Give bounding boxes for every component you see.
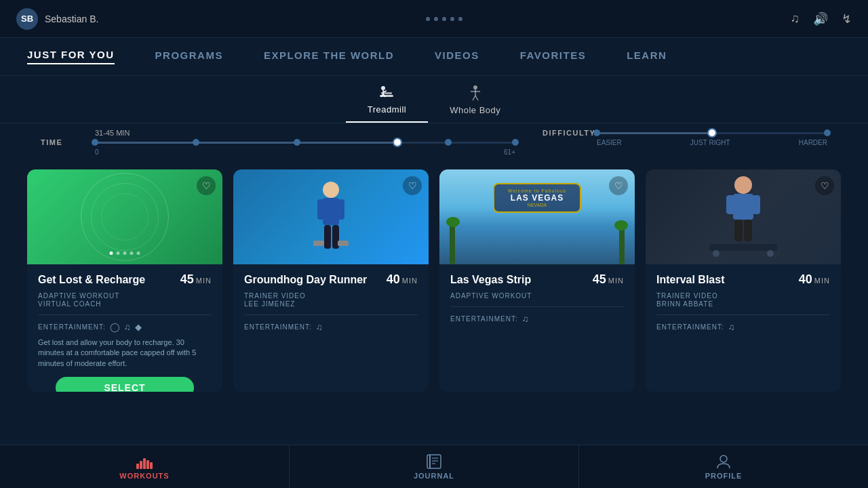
svg-point-29 xyxy=(767,250,774,257)
nav-learn[interactable]: LEARN xyxy=(627,49,667,64)
card-get-lost-min-text: MIN xyxy=(196,277,212,285)
palm-trunk-2 xyxy=(619,227,625,264)
heart-icon-4: ♡ xyxy=(821,180,829,191)
card-groundhog-image xyxy=(233,169,429,264)
groundhog-heart-btn[interactable]: ♡ xyxy=(403,176,422,195)
time-dot-0 xyxy=(92,139,98,146)
card-groundhog-title-row: Groundhog Day Runner 40 MIN xyxy=(244,272,418,287)
nav-favorites[interactable]: FAVORITES xyxy=(520,49,586,64)
svg-line-10 xyxy=(473,96,475,100)
dot4 xyxy=(450,17,454,21)
entertainment-label: ENTERTAINMENT: xyxy=(38,323,106,331)
svg-rect-22 xyxy=(726,195,734,214)
time-dot-2 xyxy=(294,139,300,146)
time-slider-group: 31-45 MIN TIME 0 61+ xyxy=(41,129,515,156)
nav-programs[interactable]: PROGRAMS xyxy=(155,49,223,64)
card-get-lost-tag1: ADAPTIVE WORKOUT xyxy=(38,292,212,300)
nav-explore-the-world[interactable]: EXPLORE THE WORLD xyxy=(264,49,394,64)
svg-rect-19 xyxy=(338,241,349,246)
card-groundhog: ♡ Groundhog Day Runner 40 MIN TRAINER VI… xyxy=(233,169,429,392)
svg-rect-25 xyxy=(744,220,752,241)
dot2 xyxy=(434,17,438,21)
card-get-lost-min-num: 45 xyxy=(180,272,194,287)
interval-blast-heart-btn[interactable]: ♡ xyxy=(815,176,834,195)
svg-rect-30 xyxy=(136,464,139,469)
card-interval-blast-divider xyxy=(656,314,830,315)
card-get-lost-title-row: Get Lost & Recharge 45 MIN xyxy=(38,272,212,287)
bottom-nav-journal[interactable]: JOURNAL xyxy=(290,445,579,488)
journal-icon xyxy=(426,454,442,469)
card-las-vegas-min-text: MIN xyxy=(608,277,624,285)
cards-row: ♡ Get Lost & Recharge 45 MIN ADAPTIVE WO… xyxy=(0,159,868,403)
svg-rect-14 xyxy=(317,199,324,220)
card-get-lost-tag2: VIRTUAL COACH xyxy=(38,300,212,308)
card-las-vegas: Welcome to Fabulous LAS VEGAS NEVADA ♡ L… xyxy=(439,169,635,392)
card-groundhog-body: Groundhog Day Runner 40 MIN TRAINER VIDE… xyxy=(233,264,429,392)
card-get-lost-tags: ADAPTIVE WORKOUT VIRTUAL COACH xyxy=(38,292,212,308)
user-info: SB Sebastian B. xyxy=(16,8,98,30)
card-las-vegas-entertainment: ENTERTAINMENT: ♫ xyxy=(450,314,624,324)
time-min-label: 0 xyxy=(95,148,99,156)
card-get-lost-divider xyxy=(38,314,212,315)
dot3 xyxy=(442,17,446,21)
card-las-vegas-title: Las Vegas Strip xyxy=(450,273,531,286)
card-las-vegas-image: Welcome to Fabulous LAS VEGAS NEVADA xyxy=(439,169,635,264)
time-max-label: 61+ xyxy=(504,148,515,156)
nav-just-for-you[interactable]: JUST FOR YOU xyxy=(27,49,115,64)
dot-3 xyxy=(123,251,127,255)
bottom-nav: WORKOUTS JOURNAL PROFILE xyxy=(0,445,868,488)
card-interval-blast-duration: 40 MIN xyxy=(799,272,830,287)
workouts-label: WORKOUTS xyxy=(119,472,169,480)
diff-dot-1 xyxy=(824,129,831,136)
workouts-icon xyxy=(136,454,153,469)
dot-2 xyxy=(117,251,120,255)
bottom-nav-profile[interactable]: PROFILE xyxy=(579,445,868,488)
time-thumb[interactable] xyxy=(393,138,402,147)
card-groundhog-duration: 40 MIN xyxy=(387,272,418,287)
diff-just-right-label: JUST RIGHT xyxy=(690,139,730,146)
filter-bar: Treadmill Whole Body xyxy=(0,76,868,123)
bottom-nav-workouts[interactable]: WORKOUTS xyxy=(0,445,290,488)
bluetooth-icon[interactable]: ↯ xyxy=(842,12,852,26)
time-track[interactable] xyxy=(95,142,515,144)
entertainment-label-4: ENTERTAINMENT: xyxy=(656,323,724,331)
card-groundhog-tag1: TRAINER VIDEO xyxy=(244,292,418,300)
filter-tab-treadmill[interactable]: Treadmill xyxy=(346,76,428,123)
lv-sign: Welcome to Fabulous LAS VEGAS NEVADA xyxy=(493,183,581,213)
username: Sebastian B. xyxy=(45,14,98,24)
dot-1 xyxy=(110,251,113,255)
card-las-vegas-tag1: ADAPTIVE WORKOUT xyxy=(450,292,624,300)
svg-rect-24 xyxy=(734,220,743,241)
card-las-vegas-title-row: Las Vegas Strip 45 MIN xyxy=(450,272,624,287)
palm-trunk-1 xyxy=(450,224,455,264)
diff-fill xyxy=(597,132,712,134)
card-interval-blast-min-num: 40 xyxy=(799,272,812,287)
get-lost-heart-btn[interactable]: ♡ xyxy=(197,176,216,195)
time-slider-row: TIME xyxy=(41,138,515,146)
las-vegas-heart-btn[interactable]: ♡ xyxy=(609,176,628,195)
diff-easier-label: EASIER xyxy=(597,139,622,146)
nav-videos[interactable]: VIDEOS xyxy=(435,49,479,64)
svg-rect-34 xyxy=(150,462,153,469)
card-interval-blast: ♡ Interval Blast 40 MIN TRAINER VIDEO BR… xyxy=(646,169,841,392)
diff-thumb[interactable] xyxy=(707,128,717,138)
svg-point-7 xyxy=(473,85,477,89)
filter-tab-whole-body[interactable]: Whole Body xyxy=(428,77,522,122)
music-note-icon-2: ♫ xyxy=(316,322,323,332)
volume-icon[interactable]: 🔊 xyxy=(813,12,828,26)
card-interval-blast-tag2: BRINN ABBATE xyxy=(656,300,830,308)
card-interval-blast-min-text: MIN xyxy=(814,277,830,285)
card-get-lost-desc: Get lost and allow your body to recharge… xyxy=(38,338,212,369)
card-interval-blast-tag1: TRAINER VIDEO xyxy=(656,292,830,300)
difficulty-label: DIFFICULTY xyxy=(542,129,590,137)
music-icon[interactable]: ♫ xyxy=(790,12,800,26)
diff-track[interactable] xyxy=(597,132,827,134)
music-note-icon-4: ♫ xyxy=(728,322,735,332)
svg-line-11 xyxy=(475,96,478,100)
entertainment-label-3: ENTERTAINMENT: xyxy=(450,315,518,323)
diff-harder-label: HARDER xyxy=(799,139,827,146)
svg-rect-13 xyxy=(323,198,339,225)
card-groundhog-min-text: MIN xyxy=(402,277,418,285)
select-button[interactable]: SELECT xyxy=(56,377,195,392)
treadmill-icon xyxy=(377,83,396,102)
